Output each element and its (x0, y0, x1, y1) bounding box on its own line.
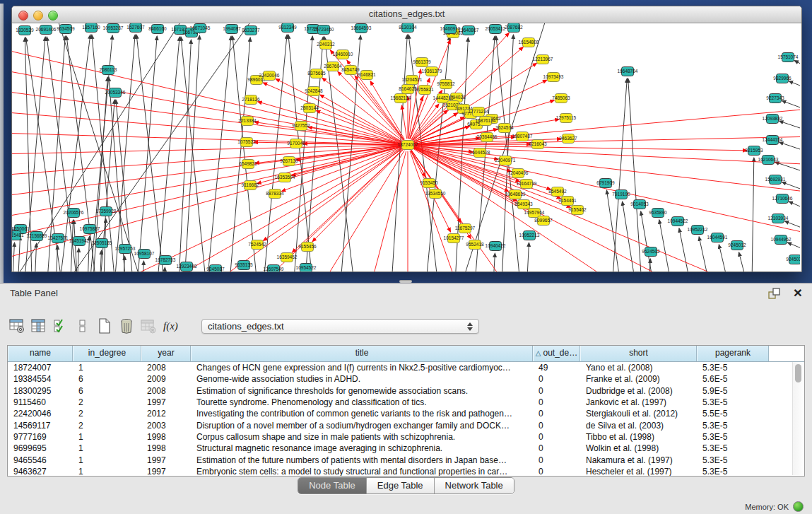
graph-node-cited[interactable]: 10807487 (512, 132, 533, 141)
graph-node-cited[interactable]: 10648639 (505, 190, 526, 199)
graph-node-cited[interactable]: 12213967 (533, 55, 553, 64)
delete-column-icon[interactable] (118, 317, 135, 334)
graph-node-cited[interactable]: 10154277 (444, 234, 464, 243)
graph-node-cited[interactable]: 8375685 (307, 69, 326, 78)
graph-node[interactable]: 20053346 (105, 88, 126, 98)
graph-node[interactable]: 20053412 (486, 25, 506, 34)
graph-node-cited[interactable]: 2867604 (324, 62, 342, 71)
graph-node-cited[interactable]: 8099657 (534, 216, 553, 226)
graph-node[interactable]: 9635890 (649, 209, 667, 218)
graph-node-cited[interactable]: 72040496 (508, 169, 529, 178)
table-mode-icon[interactable] (8, 317, 25, 334)
graph-node-cited[interactable]: 8549343 (514, 200, 533, 209)
graph-node[interactable]: 15751074 (778, 53, 799, 62)
graph-node[interactable]: 9634509 (57, 25, 75, 34)
graph-node-cited[interactable]: 16044528 (470, 148, 490, 158)
table-row[interactable]: 1830029562008Estimation of significance … (8, 385, 804, 397)
column-header-short[interactable]: short (580, 346, 697, 361)
graph-node-cited[interactable]: 9155462 (568, 206, 587, 215)
column-header-out-de-[interactable]: △out_de… (533, 346, 580, 361)
graph-node-cited[interactable]: 9154461 (558, 197, 577, 206)
graph-node-cited[interactable]: 9267130 (280, 157, 298, 166)
show-columns-icon[interactable] (30, 317, 47, 334)
network-window[interactable]: citations_edges.txt 18724007989601222420… (11, 6, 802, 272)
graph-node-cited[interactable]: 9155456 (298, 243, 317, 252)
splitter-handle[interactable] (399, 280, 412, 283)
close-panel-icon[interactable]: × (794, 284, 802, 301)
function-builder-icon[interactable]: f(x) (163, 320, 178, 332)
attribute-table[interactable]: namein_degreeyeartitle△out_de…shortpager… (7, 345, 805, 477)
graph-node[interactable]: 12444154 (763, 136, 783, 145)
graph-node[interactable]: 9312349 (278, 23, 297, 33)
graph-node[interactable]: 18664593 (351, 24, 372, 33)
column-header-title[interactable]: title (191, 346, 533, 361)
graph-node[interactable]: 9635135 (235, 261, 253, 270)
new-column-icon[interactable] (96, 317, 113, 334)
graph-node-cited[interactable]: 8878334 (266, 189, 284, 199)
graph-node-cited[interactable]: 16353594 (275, 173, 295, 182)
graph-node[interactable]: 17957253 (115, 245, 136, 254)
graph-node-cited[interactable]: 20364486 (477, 133, 498, 142)
graph-node-cited[interactable]: 2718126 (242, 95, 260, 105)
graph-node-cited[interactable]: 8454749 (341, 66, 360, 75)
graph-node[interactable]: 8215953 (745, 146, 763, 156)
graph-node[interactable]: 9524502 (642, 247, 660, 257)
graph-node[interactable]: 16044591 (707, 233, 728, 243)
scrollbar-thumb[interactable] (795, 364, 801, 382)
graph-node[interactable]: 2086113 (100, 66, 117, 75)
graph-node[interactable]: 1994087 (223, 25, 241, 34)
graph-node[interactable]: 10954522 (296, 264, 317, 272)
graph-node-cited[interactable]: 1075522 (237, 138, 256, 147)
graph-node-cited[interactable]: 6549821 (239, 160, 257, 169)
graph-node-cited[interactable]: 3624534 (495, 124, 514, 133)
table-row[interactable]: 1872400712008Changes of HCN gene express… (8, 362, 804, 373)
graph-node[interactable]: 1527607 (126, 23, 145, 33)
table-selector-dropdown[interactable]: citations_edges.txt (201, 319, 479, 334)
graph-node[interactable]: 9329966 (773, 74, 792, 83)
graph-node-cited[interactable]: 9170046 (287, 139, 305, 148)
graph-node[interactable]: 8533277 (242, 26, 260, 35)
graph-node-cited[interactable]: 9116682 (242, 181, 259, 190)
graph-node-cited[interactable]: 13204521 (402, 76, 423, 85)
row-tools-icon[interactable] (74, 317, 91, 334)
vertical-scrollbar[interactable] (792, 362, 804, 475)
table-row[interactable]: 977716911998Corpus callosum shape and si… (8, 431, 804, 443)
graph-node-cited[interactable]: 19361379 (422, 67, 442, 76)
graph-node-cited[interactable]: 16359452 (277, 253, 298, 262)
graph-node[interactable]: 17359928 (96, 207, 117, 216)
network-canvas[interactable]: 1872400798960122242004627181262213384107… (12, 23, 800, 271)
graph-node[interactable]: 9227343 (766, 94, 784, 103)
graph-node[interactable]: 2087682 (505, 23, 523, 33)
graph-node-cited[interactable]: 2803144 (300, 104, 319, 113)
graph-node-cited[interactable]: 16154808 (519, 38, 539, 47)
select-columns-icon[interactable] (52, 317, 69, 334)
graph-node[interactable]: 10958107 (134, 250, 155, 259)
graph-node-cited[interactable]: 7485063 (552, 94, 570, 103)
graph-node[interactable]: 9245087 (206, 265, 225, 272)
column-header-in-degree[interactable]: in_degree (73, 346, 141, 361)
graph-node[interactable]: 10940422 (486, 242, 506, 251)
column-header-pagerank[interactable]: pagerank (697, 346, 769, 361)
memory-ok-indicator[interactable] (793, 501, 804, 512)
graph-node-cited[interactable]: 9427552 (292, 122, 310, 131)
graph-node[interactable]: 12093832 (763, 115, 783, 124)
table-row[interactable]: 1456911722003Disruption of a novel membe… (8, 419, 804, 431)
graph-node-cited[interactable]: 9861379 (413, 58, 431, 67)
graph-node[interactable]: 7919190 (612, 190, 630, 199)
graph-node-cited[interactable]: 12975115 (556, 114, 577, 123)
graph-node-cited[interactable]: 18460910 (333, 50, 353, 59)
table-row[interactable]: 946362711997Embryonic stem cells: a mode… (8, 466, 804, 477)
graph-node[interactable]: 8130104 (399, 23, 417, 33)
graph-node-cited[interactable]: 9146821 (358, 71, 376, 80)
tab-node-table[interactable]: Node Table (298, 478, 367, 493)
graph-node[interactable]: 10953287 (103, 24, 124, 33)
graph-node[interactable]: 20691406 (36, 25, 57, 35)
table-row[interactable]: 911546021997Tourette syndrome. Phenomeno… (8, 397, 804, 408)
network-window-titlebar[interactable]: citations_edges.txt (12, 6, 801, 23)
graph-node[interactable]: 12505185 (92, 239, 112, 248)
graph-node[interactable]: 20206576 (64, 209, 84, 218)
table-row[interactable]: 969969511998Structural magnetic resonanc… (8, 443, 804, 454)
graph-node-cited[interactable]: 8164625 (399, 85, 417, 94)
graph-node[interactable]: 9245012 (728, 241, 746, 250)
graph-node-cited[interactable]: 2213384 (238, 117, 257, 126)
